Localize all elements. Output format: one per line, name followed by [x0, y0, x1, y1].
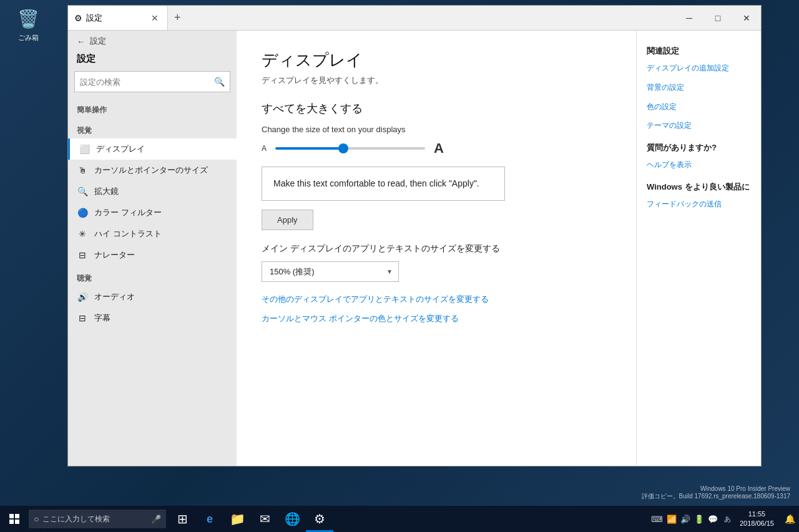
- slider-label-small: A: [262, 144, 267, 153]
- microphone-icon: 🎤: [151, 515, 161, 524]
- recycle-bin-image: 🗑️: [16, 6, 41, 31]
- page-subtitle: ディスプレイを見やすくします。: [262, 75, 611, 86]
- taskbar: ○ ここに入力して検索 🎤 ⊞ e 📁 ✉ 🌐 ⚙: [0, 506, 799, 532]
- settings-icon: ⚙: [314, 511, 325, 526]
- related-settings-title: 関連設定: [647, 46, 751, 57]
- search-box: 🔍: [74, 71, 230, 92]
- background-settings-link[interactable]: 背景の設定: [647, 82, 751, 93]
- right-panel: 関連設定 ディスプレイの追加設定 背景の設定 色の設定 テーマの設定 質問があり…: [636, 31, 761, 466]
- page-title: ディスプレイ: [262, 49, 611, 71]
- svg-rect-3: [15, 520, 19, 524]
- mail-app[interactable]: ✉: [251, 506, 278, 532]
- action-center-icon[interactable]: 💬: [708, 515, 718, 524]
- text-size-slider[interactable]: [275, 147, 425, 150]
- dropdown-row: 100% 125% 150% (推奨) 175% 200% ▼: [262, 261, 611, 282]
- window-controls: ─ □ ✕: [675, 6, 761, 30]
- network-icon[interactable]: 📶: [667, 515, 677, 524]
- search-input[interactable]: [75, 77, 209, 87]
- feedback-title: Windows をより良い製品に: [647, 181, 751, 193]
- tab-close-button[interactable]: ✕: [149, 13, 161, 23]
- vision-category-label: 視覚: [68, 118, 237, 138]
- cursor-label: カーソルとポインターのサイズ: [94, 165, 208, 176]
- sidebar-item-narrator[interactable]: ⊟ ナレーター: [68, 244, 237, 266]
- start-button[interactable]: [0, 506, 29, 532]
- question-title: 質問がありますか?: [647, 142, 751, 153]
- recycle-bin-icon[interactable]: 🗑️ ごみ箱: [6, 6, 50, 42]
- section-label: 簡単操作: [68, 100, 237, 118]
- edge-app[interactable]: e: [196, 506, 223, 532]
- other-display-link[interactable]: その他のディスプレイでアプリとテキストのサイズを変更する: [262, 293, 611, 306]
- battery-icon[interactable]: 🔋: [694, 515, 704, 524]
- related-settings-section: 関連設定 ディスプレイの追加設定 背景の設定 色の設定 テーマの設定: [647, 46, 751, 131]
- text-preview-box: Make this text comfortable to read, then…: [262, 167, 505, 201]
- settings-tab[interactable]: ⚙ 設定 ✕: [68, 6, 168, 30]
- search-button[interactable]: 🔍: [209, 77, 230, 87]
- scale-dropdown-wrapper: 100% 125% 150% (推奨) 175% 200% ▼: [262, 261, 399, 282]
- caption-label: 字幕: [94, 312, 110, 324]
- audio-icon: 🔊: [77, 291, 88, 302]
- display-additional-settings-link[interactable]: ディスプレイの追加設定: [647, 63, 751, 74]
- narrator-label: ナレーター: [94, 249, 135, 261]
- tab-label: 設定: [86, 12, 102, 24]
- windows-logo-icon: [9, 514, 19, 524]
- clock-time: 11:55: [748, 510, 766, 519]
- hearing-category-label: 聴覚: [68, 266, 237, 286]
- build-label: 評価コピー。Build 17692.rs_prerelease.180609-1…: [642, 492, 790, 501]
- notification-button[interactable]: 🔔: [780, 506, 799, 532]
- maximize-button[interactable]: □: [703, 6, 732, 30]
- back-label: 設定: [90, 36, 106, 47]
- clock-date: 2018/06/15: [740, 519, 774, 528]
- apply-button[interactable]: Apply: [262, 210, 313, 230]
- edge-icon: e: [207, 513, 213, 526]
- svg-rect-2: [9, 520, 14, 524]
- help-link[interactable]: ヘルプを表示: [647, 160, 751, 170]
- keyboard-icon[interactable]: ⌨: [651, 515, 663, 524]
- color-label: カラー フィルター: [94, 207, 162, 218]
- sidebar-item-display[interactable]: ⬜ ディスプレイ: [68, 138, 237, 160]
- contrast-label: ハイ コントラスト: [94, 228, 162, 239]
- sidebar-item-cursor[interactable]: 🖱 カーソルとポインターのサイズ: [68, 160, 237, 181]
- new-tab-button[interactable]: +: [168, 11, 187, 24]
- settings-app[interactable]: ⚙: [306, 506, 333, 532]
- theme-settings-link[interactable]: テーマの設定: [647, 120, 751, 131]
- section-title: すべてを大きくする: [262, 101, 611, 116]
- contrast-icon: ✳: [77, 228, 88, 239]
- gear-icon: ⚙: [74, 13, 82, 23]
- cursor-icon: 🖱: [77, 165, 88, 176]
- language-indicator[interactable]: あ: [722, 515, 733, 524]
- text-preview-content: Make this text comfortable to read, then…: [273, 178, 479, 188]
- sidebar-item-audio[interactable]: 🔊 オーディオ: [68, 286, 237, 307]
- sidebar-item-magnifier[interactable]: 🔍 拡大鏡: [68, 181, 237, 202]
- sidebar-item-color[interactable]: 🔵 カラー フィルター: [68, 202, 237, 223]
- subsection-title: メイン ディスプレイのアプリとテキストのサイズを変更する: [262, 243, 611, 255]
- chrome-app[interactable]: 🌐: [278, 506, 306, 532]
- sidebar-item-contrast[interactable]: ✳ ハイ コントラスト: [68, 223, 237, 244]
- volume-icon[interactable]: 🔊: [680, 515, 690, 524]
- feedback-link[interactable]: フィードバックの送信: [647, 199, 751, 210]
- display-label: ディスプレイ: [96, 143, 145, 155]
- window-body: ← 設定 設定 🔍 簡単操作 視覚 ⬜ ディスプレイ 🖱 カーソルとポインターの…: [68, 31, 761, 466]
- task-view-button[interactable]: ⊞: [169, 506, 196, 532]
- magnifier-label: 拡大鏡: [94, 186, 119, 197]
- taskbar-search-icon: ○: [34, 514, 39, 524]
- settings-window: ⚙ 設定 ✕ + ─ □ ✕ ← 設定 設定: [67, 5, 762, 467]
- audio-label: オーディオ: [94, 291, 135, 302]
- scale-dropdown[interactable]: 100% 125% 150% (推奨) 175% 200%: [262, 261, 399, 282]
- close-button[interactable]: ✕: [732, 6, 761, 30]
- back-row[interactable]: ← 設定: [68, 31, 237, 52]
- explorer-icon: 📁: [230, 511, 245, 526]
- sidebar-title: 設定: [68, 52, 237, 71]
- explorer-app[interactable]: 📁: [223, 506, 251, 532]
- main-content: ディスプレイ ディスプレイを見やすくします。 すべてを大きくする Change …: [237, 31, 636, 466]
- feedback-section: Windows をより良い製品に フィードバックの送信: [647, 181, 751, 210]
- slider-description: Change the size of text on your displays: [262, 125, 611, 134]
- back-arrow-icon: ←: [77, 37, 85, 46]
- taskbar-clock[interactable]: 11:55 2018/06/15: [733, 510, 780, 529]
- magnifier-icon: 🔍: [77, 186, 88, 197]
- sidebar-item-caption[interactable]: ⊟ 字幕: [68, 307, 237, 329]
- cursor-pointer-link[interactable]: カーソルとマウス ポインターの色とサイズを変更する: [262, 312, 611, 325]
- minimize-button[interactable]: ─: [675, 6, 703, 30]
- color-settings-link[interactable]: 色の設定: [647, 102, 751, 112]
- taskbar-search-box[interactable]: ○ ここに入力して検索 🎤: [29, 510, 166, 528]
- notification-icon: 🔔: [785, 514, 795, 524]
